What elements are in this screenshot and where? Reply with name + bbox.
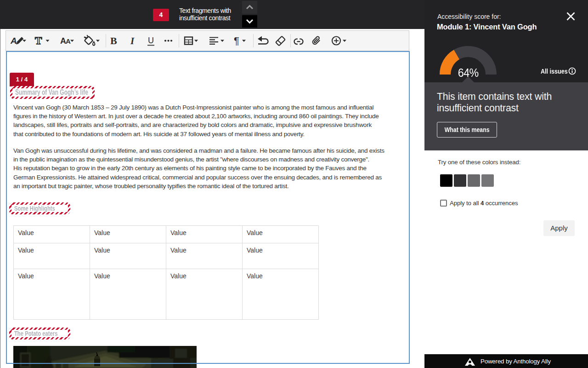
svg-text:U: U [148,36,154,45]
svg-text:A: A [10,36,17,46]
svg-text:B: B [110,35,117,46]
svg-text:A: A [66,37,71,45]
svg-text:I: I [130,35,135,46]
svg-text:¶: ¶ [234,35,239,46]
svg-text:T: T [35,35,42,46]
